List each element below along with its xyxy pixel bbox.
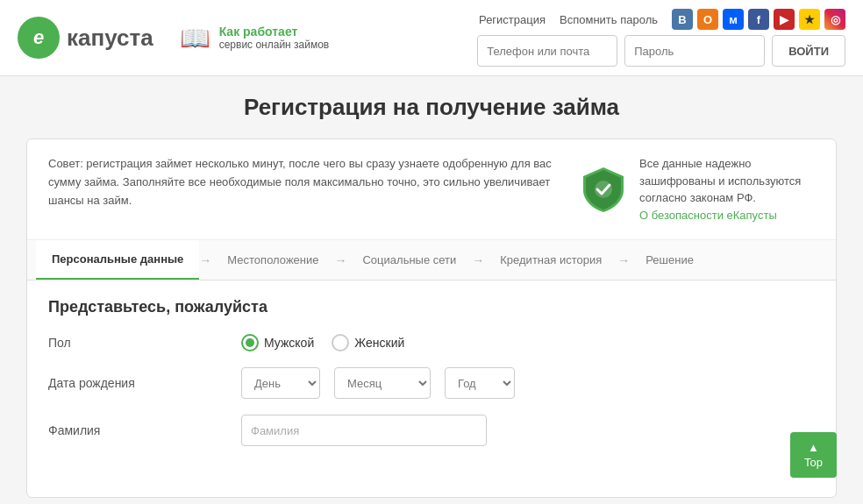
day-select[interactable]: День [241,367,320,399]
gender-female-option[interactable]: Женский [332,334,404,351]
page-title: Регистрация на получение займа [26,94,837,121]
tab-decision[interactable]: Решение [630,241,710,279]
tab-location[interactable]: Местоположение [211,241,334,279]
security-link[interactable]: О безопасности еКапусты [639,209,777,222]
info-right: Все данные надежно зашифрованы и использ… [580,155,815,224]
book-icon: 📖 [180,24,210,53]
tab-decision-label: Решение [645,253,694,266]
gender-radio-group: Мужской Женский [241,334,404,351]
main-content: Регистрация на получение займа Совет: ре… [0,76,863,504]
tab-personal[interactable]: Персональные данные [36,240,199,280]
gender-row: Пол Мужской Женский [48,334,815,351]
social-yt-icon[interactable]: ▶ [774,9,795,30]
tab-social-label: Социальные сети [362,253,456,266]
logo-icon: е [18,17,60,59]
forgot-link[interactable]: Вспомнить пароль [560,13,658,26]
header: е капуста 📖 Как работает сервис онлайн з… [0,0,863,76]
logo-letter: е [33,26,44,49]
scroll-top-arrow: ▲ [808,441,819,454]
register-link[interactable]: Регистрация [479,13,546,26]
lastname-label: Фамилия [48,423,224,437]
tab-location-label: Местоположение [227,253,318,266]
logo-text: капуста [67,25,153,52]
arrow-1: → [199,253,211,267]
scroll-top-area: ▲ Top [790,432,837,478]
tab-personal-label: Персональные данные [52,252,183,266]
gender-female-radio[interactable] [332,334,349,351]
gender-female-label: Женский [354,336,404,350]
how-it-works-line2: сервис онлайн займов [219,39,330,51]
tab-credit-label: Кредитная история [500,253,602,266]
security-text: Все данные надежно зашифрованы и использ… [639,157,801,204]
form-section: Представьтесь, пожалуйста Пол Мужской Же… [27,280,836,479]
arrow-3: → [472,253,484,267]
dob-row: Дата рождения День Месяц Год [48,367,815,399]
how-it-works-text: Как работает сервис онлайн займов [219,25,330,51]
social-ok-icon[interactable]: О [697,9,718,30]
how-it-works-line1: Как работает [219,25,330,39]
social-fb-icon[interactable]: f [748,9,769,30]
dob-control: День Месяц Год [241,367,515,399]
dob-label: Дата рождения [48,376,224,390]
scroll-top-label: Top [804,456,823,469]
info-banner: Совет: регистрация займет несколько мину… [27,139,836,240]
phone-email-input[interactable] [477,35,617,67]
lastname-row: Фамилия [48,415,815,446]
tab-social[interactable]: Социальные сети [346,241,472,279]
lastname-input[interactable] [241,415,487,446]
social-star-icon[interactable]: ★ [799,9,820,30]
gender-male-option[interactable]: Мужской [241,334,314,351]
social-vk-icon[interactable]: В [672,9,693,30]
social-mail-icon[interactable]: м [723,9,744,30]
login-button[interactable]: ВОЙТИ [772,35,845,67]
gender-male-label: Мужской [264,336,314,350]
shield-icon [580,166,627,213]
header-top-links: Регистрация Вспомнить пароль В О м f ▶ ★… [477,9,845,30]
info-text-left: Совет: регистрация займет несколько мину… [48,155,553,209]
arrow-4: → [617,253,630,267]
social-icons: В О м f ▶ ★ ◎ [672,9,845,30]
form-subtitle: Представьтесь, пожалуйста [48,298,815,316]
tab-credit[interactable]: Кредитная история [484,241,617,279]
info-right-text: Все данные надежно зашифрованы и использ… [639,155,815,224]
gender-label: Пол [48,336,224,350]
social-inst-icon[interactable]: ◎ [824,9,845,30]
registration-card: Совет: регистрация займет несколько мину… [26,138,837,498]
password-input[interactable] [624,35,765,67]
registration-tabs: Персональные данные → Местоположение → С… [27,240,836,280]
header-login-row: ВОЙТИ [477,35,845,67]
scroll-top-button[interactable]: ▲ Top [790,432,837,478]
logo-area: е капуста [18,17,153,59]
year-select[interactable]: Год [445,367,515,399]
how-it-works-link[interactable]: 📖 Как работает сервис онлайн займов [180,24,330,53]
header-right: Регистрация Вспомнить пароль В О м f ▶ ★… [477,9,845,67]
arrow-2: → [334,253,346,267]
month-select[interactable]: Месяц [334,367,431,399]
gender-male-radio[interactable] [241,334,259,351]
gender-male-radio-dot [246,338,254,347]
